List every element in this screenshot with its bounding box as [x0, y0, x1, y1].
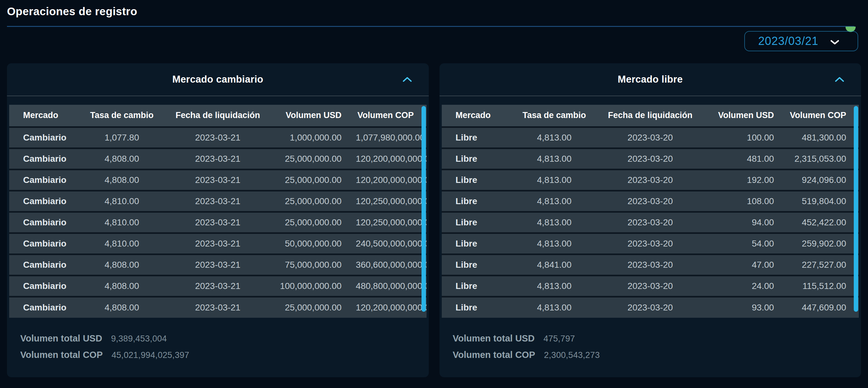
cell-tasa-de-cambio: 4,813.00 — [513, 148, 596, 169]
panel-header-mercado-libre[interactable]: Mercado libre — [439, 63, 861, 96]
table-row: Libre 4,813.00 2023-03-20 192.00 924,096… — [442, 169, 859, 190]
column-header-volumen-usd: Volumen USD — [272, 105, 356, 127]
total-usd-label: Volumen total USD — [20, 333, 102, 344]
collapse-button[interactable] — [402, 77, 412, 83]
table-row: Libre 4,813.00 2023-03-20 24.00 115,512.… — [442, 275, 859, 297]
cell-mercado: Libre — [442, 275, 513, 297]
cell-volumen-cop: 240,500,000,000.00 — [355, 233, 426, 254]
date-picker-select[interactable]: 2023/03/21 — [744, 31, 858, 51]
total-usd-value: 475,797 — [543, 334, 575, 344]
cell-fecha-liquidacion: 2023-03-21 — [164, 212, 272, 233]
panel-title: Mercado cambiario — [172, 74, 263, 85]
cell-mercado: Cambiario — [9, 148, 80, 169]
cell-volumen-usd: 100.00 — [704, 127, 788, 148]
cell-volumen-cop: 120,200,000,000.00 — [355, 148, 426, 169]
operations-table: Mercado Tasa de cambio Fecha de liquidac… — [442, 105, 859, 318]
collapse-button[interactable] — [834, 77, 845, 83]
cell-volumen-usd: 94.00 — [704, 212, 788, 233]
column-header-fecha-liquidacion: Fecha de liquidación — [596, 105, 704, 127]
cell-fecha-liquidacion: 2023-03-20 — [596, 297, 704, 318]
chevron-up-icon — [834, 79, 845, 84]
scrollbar-thumb[interactable] — [422, 106, 426, 312]
cell-fecha-liquidacion: 2023-03-21 — [164, 275, 272, 297]
cell-mercado: Cambiario — [9, 297, 80, 318]
panel-header-mercado-cambiario[interactable]: Mercado cambiario — [7, 63, 429, 96]
table-header-row: Mercado Tasa de cambio Fecha de liquidac… — [442, 105, 859, 127]
cell-tasa-de-cambio: 4,813.00 — [513, 297, 596, 318]
total-usd-row: Volumen total USD 9,389,453,004 — [20, 333, 415, 344]
cell-tasa-de-cambio: 4,808.00 — [80, 254, 164, 275]
cell-volumen-cop: 452,422.00 — [788, 212, 859, 233]
cell-mercado: Libre — [442, 297, 513, 318]
total-cop-label: Volumen total COP — [453, 350, 535, 360]
cell-fecha-liquidacion: 2023-03-21 — [164, 190, 272, 212]
chevron-up-icon — [402, 79, 412, 84]
date-picker-value: 2023/03/21 — [745, 34, 818, 48]
cell-volumen-cop: 2,315,053.00 — [788, 148, 859, 169]
totals-section: Volumen total USD 9,389,453,004 Volumen … — [7, 331, 429, 360]
cell-fecha-liquidacion: 2023-03-21 — [164, 127, 272, 148]
cell-fecha-liquidacion: 2023-03-20 — [596, 212, 704, 233]
cell-tasa-de-cambio: 4,813.00 — [513, 212, 596, 233]
cell-fecha-liquidacion: 2023-03-20 — [596, 127, 704, 148]
cell-fecha-liquidacion: 2023-03-21 — [164, 297, 272, 318]
cell-volumen-cop: 120,250,000,000.00 — [355, 190, 426, 212]
cell-volumen-usd: 24.00 — [704, 275, 788, 297]
cell-volumen-cop: 360,600,000,000.00 — [355, 254, 426, 275]
cell-volumen-cop: 519,804.00 — [788, 190, 859, 212]
table-row: Libre 4,813.00 2023-03-20 93.00 447,609.… — [442, 297, 859, 318]
table-row: Libre 4,813.00 2023-03-20 100.00 481,300… — [442, 127, 859, 148]
cell-mercado: Cambiario — [9, 190, 80, 212]
scrollbar-thumb[interactable] — [854, 106, 858, 312]
table-viewport: Mercado Tasa de cambio Fecha de liquidac… — [442, 105, 859, 331]
column-header-tasa-de-cambio: Tasa de cambio — [80, 105, 164, 127]
cell-tasa-de-cambio: 4,808.00 — [80, 297, 164, 318]
cell-volumen-usd: 192.00 — [704, 169, 788, 190]
cell-mercado: Cambiario — [9, 127, 80, 148]
cell-volumen-cop: 447,609.00 — [788, 297, 859, 318]
totals-section: Volumen total USD 475,797 Volumen total … — [439, 331, 861, 360]
cell-volumen-cop: 924,096.00 — [788, 169, 859, 190]
cell-fecha-liquidacion: 2023-03-20 — [596, 169, 704, 190]
cell-mercado: Libre — [442, 169, 513, 190]
cell-tasa-de-cambio: 4,808.00 — [80, 148, 164, 169]
cell-mercado: Libre — [442, 190, 513, 212]
panels-container: Mercado cambiario Mercado Tasa de cambio… — [7, 63, 861, 377]
cell-mercado: Libre — [442, 233, 513, 254]
total-usd-row: Volumen total USD 475,797 — [453, 333, 848, 344]
table-row: Libre 4,813.00 2023-03-20 94.00 452,422.… — [442, 212, 859, 233]
column-header-fecha-liquidacion: Fecha de liquidación — [164, 105, 272, 127]
cell-volumen-usd: 25,000,000.00 — [272, 297, 356, 318]
operations-table: Mercado Tasa de cambio Fecha de liquidac… — [9, 105, 427, 318]
column-header-mercado: Mercado — [9, 105, 80, 127]
chevron-down-icon — [830, 40, 839, 46]
cell-volumen-usd: 25,000,000.00 — [272, 190, 356, 212]
table-row: Cambiario 4,808.00 2023-03-21 75,000,000… — [9, 254, 427, 275]
cell-fecha-liquidacion: 2023-03-21 — [164, 233, 272, 254]
cell-volumen-cop: 120,200,000,000.00 — [355, 297, 426, 318]
cell-fecha-liquidacion: 2023-03-21 — [164, 254, 272, 275]
cell-tasa-de-cambio: 4,813.00 — [513, 233, 596, 254]
cell-tasa-de-cambio: 4,813.00 — [513, 127, 596, 148]
table-row: Cambiario 4,810.00 2023-03-21 25,000,000… — [9, 190, 427, 212]
table-row: Libre 4,813.00 2023-03-20 481.00 2,315,0… — [442, 148, 859, 169]
cell-volumen-usd: 75,000,000.00 — [272, 254, 356, 275]
total-cop-row: Volumen total COP 45,021,994,025,397 — [20, 350, 415, 360]
cell-volumen-usd: 93.00 — [704, 297, 788, 318]
cell-volumen-cop: 1,077,980,000.00 — [355, 127, 426, 148]
cell-mercado: Cambiario — [9, 169, 80, 190]
cell-volumen-usd: 47.00 — [704, 254, 788, 275]
column-header-volumen-usd: Volumen USD — [704, 105, 788, 127]
cell-tasa-de-cambio: 4,810.00 — [80, 190, 164, 212]
cell-volumen-cop: 120,200,000,000.00 — [355, 169, 426, 190]
cell-volumen-usd: 25,000,000.00 — [272, 212, 356, 233]
cell-volumen-cop: 115,512.00 — [788, 275, 859, 297]
cell-tasa-de-cambio: 4,813.00 — [513, 275, 596, 297]
cell-tasa-de-cambio: 4,810.00 — [80, 233, 164, 254]
cell-volumen-usd: 481.00 — [704, 148, 788, 169]
total-cop-label: Volumen total COP — [20, 350, 102, 360]
cell-tasa-de-cambio: 4,810.00 — [80, 212, 164, 233]
cell-volumen-usd: 100,000,000.00 — [272, 275, 356, 297]
page-title: Operaciones de registro — [7, 5, 137, 18]
panel-title: Mercado libre — [618, 74, 683, 85]
